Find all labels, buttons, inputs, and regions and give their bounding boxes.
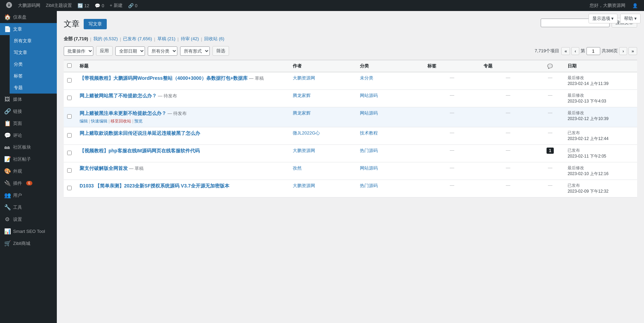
comments-link[interactable]: 💬 0 xyxy=(92,3,107,8)
sidebar-item-social-block[interactable]: 🏘 社区板块 xyxy=(0,141,57,153)
prev-page-button[interactable]: ‹ xyxy=(571,47,579,55)
filter-button[interactable]: 筛选 xyxy=(212,46,229,56)
next-page-button[interactable]: › xyxy=(619,47,627,55)
site-name-link[interactable]: 大鹏源码网 xyxy=(15,2,43,9)
first-page-button[interactable]: « xyxy=(561,47,570,55)
col-comment-header[interactable]: 💬 xyxy=(536,60,564,72)
author-link[interactable]: 腾龙家辉 xyxy=(293,110,311,116)
cell-comment: — xyxy=(536,107,564,127)
sidebar-item-media[interactable]: 🖼 媒体 xyxy=(0,94,57,105)
post-title-link[interactable]: 网上赌取款说数据未回传还说注单延迟违规被黑了怎么办 xyxy=(80,130,200,136)
post-title-link[interactable]: D1033 【简单亲测】2023全新SF授权系统源码 V3.7全开源无加密版本 xyxy=(80,183,229,189)
bulk-action-select[interactable]: 批量操作 xyxy=(64,46,93,56)
sidebar-item-articles[interactable]: 📄 文章 所有文章 写文章 分类 标签 专题 xyxy=(0,23,57,94)
category-link[interactable]: 未分类 xyxy=(360,75,373,80)
col-date-header[interactable]: 日期 xyxy=(564,60,637,72)
category-link[interactable]: 热门源码 xyxy=(360,183,378,188)
sidebar-item-links[interactable]: 🔗 链接 xyxy=(0,105,57,117)
date-filter-select[interactable]: 全部日期 xyxy=(115,46,145,56)
author-link[interactable]: 微JL2022G心 xyxy=(293,130,320,136)
col-author-header[interactable]: 作者 xyxy=(289,60,356,72)
post-title-link[interactable]: 聚支付破解版全网首发 xyxy=(80,165,128,171)
filter-tab-published[interactable]: 已发布 (7,656) xyxy=(123,36,152,42)
row-action-link[interactable]: 快速编辑 xyxy=(91,119,107,123)
sidebar-item-settings[interactable]: ⚙ 设置 xyxy=(0,213,57,225)
comment-count-badge[interactable]: 1 xyxy=(547,148,554,154)
sidebar-item-social-posts[interactable]: 📝 社区帖子 xyxy=(0,153,57,165)
row-checkbox[interactable] xyxy=(67,168,72,173)
author-link[interactable]: 大鹏资源网 xyxy=(293,183,315,188)
sidebar-sub-category[interactable]: 分类 xyxy=(10,58,57,70)
author-link[interactable]: 孜然 xyxy=(293,165,302,171)
sidebar-item-users[interactable]: 👥 用户 xyxy=(0,189,57,201)
item-count: 7,719个项目 xyxy=(535,48,560,54)
date-label: 已发布 xyxy=(568,148,580,153)
col-cat-header[interactable]: 分类 xyxy=(356,60,424,72)
row-checkbox[interactable] xyxy=(67,114,72,119)
new-post-link[interactable]: + 新建 xyxy=(107,2,125,9)
sidebar-item-tools[interactable]: 🔧 工具 xyxy=(0,201,57,213)
sidebar-sub-special[interactable]: 专题 xyxy=(10,82,57,94)
sidebar-item-pages[interactable]: 📋 页面 xyxy=(0,117,57,129)
category-link[interactable]: 热门源码 xyxy=(360,148,378,153)
col-tag-header[interactable]: 标签 xyxy=(424,60,480,72)
filter-tab-all[interactable]: 全部 (7,719) xyxy=(64,36,88,42)
display-options-button[interactable]: 显示选项 ▾ xyxy=(589,14,618,23)
write-article-button[interactable]: 写文章 xyxy=(84,19,107,29)
row-checkbox[interactable] xyxy=(67,96,72,100)
table-row: 【视频教程】php客服在线IM源码网页在线客服软件代码大鹏资源网热门源码——1已… xyxy=(64,144,637,162)
post-title-link[interactable]: 网上赌被黑注单未更新不给提款怎么办？ xyxy=(80,110,166,116)
category-link[interactable]: 网站源码 xyxy=(360,93,378,98)
sidebar-item-appearance[interactable]: 🎨 外观 xyxy=(0,165,57,177)
sidebar-item-zibll-shop[interactable]: 🛒 Zibll商城 xyxy=(0,237,57,249)
row-checkbox[interactable] xyxy=(67,186,72,190)
author-link[interactable]: 大鹏资源网 xyxy=(293,75,315,80)
category-link[interactable]: 网站源码 xyxy=(360,165,378,171)
settings-icon: ⚙ xyxy=(4,216,10,223)
cell-comment: — xyxy=(536,180,564,197)
row-checkbox[interactable] xyxy=(67,151,72,155)
sidebar-item-comments[interactable]: 💬 评论 xyxy=(0,129,57,141)
wp-logo-icon[interactable]: 🅦 xyxy=(3,2,15,9)
col-special-header[interactable]: 专题 xyxy=(480,60,536,72)
filter-tab-mine[interactable]: 我的 (6,532) xyxy=(93,36,118,42)
post-title-link[interactable]: 【带视频教程】大鹏源码网WordPress整站（4000+3000）条数据打包+… xyxy=(80,75,248,81)
form-filter-select[interactable]: 所有形式 xyxy=(180,46,210,56)
cell-category: 未分类 xyxy=(356,72,424,90)
row-action-link[interactable]: 预览 xyxy=(134,119,143,123)
post-title-link[interactable]: 网上赌被网站黑了不给提款怎么办？ xyxy=(80,93,157,98)
theme-settings-link[interactable]: Zibll主题设置 xyxy=(43,2,75,9)
last-page-button[interactable]: » xyxy=(629,47,637,55)
author-link[interactable]: 腾龙家辉 xyxy=(293,93,311,98)
row-checkbox[interactable] xyxy=(67,78,72,83)
row-action-link[interactable]: 编辑 xyxy=(80,119,88,123)
cell-category: 网站源码 xyxy=(356,162,424,180)
select-all-checkbox[interactable] xyxy=(67,63,72,68)
category-link[interactable]: 技术教程 xyxy=(360,130,378,136)
filter-tab-pending[interactable]: 待审 (42) xyxy=(181,36,199,42)
apply-button[interactable]: 应用 xyxy=(96,46,113,56)
sidebar-sub-all-articles[interactable]: 所有文章 xyxy=(10,35,57,47)
sidebar-sub-write[interactable]: 写文章 xyxy=(10,47,57,58)
date-label: 最后修改 xyxy=(568,75,584,80)
user-greeting[interactable]: 您好，大鹏资源网 xyxy=(587,2,628,9)
filter-tab-trash[interactable]: 回收站 (6) xyxy=(204,36,225,42)
col-title-header[interactable]: 标题 xyxy=(76,60,289,72)
cat-filter-select[interactable]: 所有分类 xyxy=(148,46,177,56)
updates-link[interactable]: 🔄 12 xyxy=(75,3,92,8)
links-link[interactable]: 🔗 0 xyxy=(125,3,140,8)
cell-title: D1033 【简单亲测】2023全新SF授权系统源码 V3.7全开源无加密版本 xyxy=(76,180,289,197)
sidebar-item-plugins[interactable]: 🔌 插件 6 xyxy=(0,177,57,189)
cell-date: 最后修改2023-02-14 上午11:39 xyxy=(564,72,637,90)
help-button[interactable]: 帮助 ▾ xyxy=(620,14,641,23)
post-title-link[interactable]: 【视频教程】php客服在线IM源码网页在线客服软件代码 xyxy=(80,148,200,153)
sidebar-item-dashboard[interactable]: 🏠 仪表盘 xyxy=(0,11,57,23)
row-action-link[interactable]: 移至回收站 xyxy=(111,119,131,123)
filter-tab-draft[interactable]: 草稿 (21) xyxy=(157,36,176,42)
row-checkbox[interactable] xyxy=(67,133,72,138)
sidebar-item-smart-seo[interactable]: 📊 Smart SEO Tool xyxy=(0,225,57,237)
page-number-input[interactable] xyxy=(586,47,600,55)
category-link[interactable]: 网站源码 xyxy=(360,110,378,116)
sidebar-sub-tags[interactable]: 标签 xyxy=(10,70,57,82)
author-link[interactable]: 大鹏资源网 xyxy=(293,148,315,153)
